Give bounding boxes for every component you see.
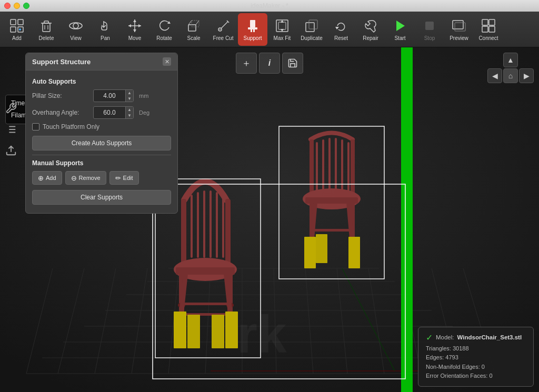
toolbar-start-button[interactable]: Start: [385, 13, 415, 46]
overhang-angle-unit: Deg: [139, 109, 149, 116]
svg-rect-20: [188, 25, 196, 31]
support-icon: [244, 17, 261, 34]
manual-supports-title: Manual Supports: [32, 159, 171, 167]
panel-body: Auto Supports Pillar Size: ▲ ▼ mm Overha…: [26, 71, 177, 213]
nav-home-button[interactable]: ⌂: [503, 68, 518, 83]
toolbar-view-label: View: [70, 35, 82, 41]
toolbar-move-button[interactable]: Move: [120, 13, 149, 46]
toolbar-repair-button[interactable]: Repair: [356, 13, 385, 46]
svg-rect-36: [306, 23, 314, 32]
manual-remove-label: Remove: [79, 175, 101, 181]
connect-icon: [480, 17, 497, 34]
titlebar: ideaMaker - *: [0, 0, 539, 12]
svg-rect-100: [209, 190, 212, 258]
toolbar-preview-button[interactable]: Preview: [444, 13, 474, 46]
touch-platform-row: Touch Platform Only: [32, 123, 171, 130]
manual-edit-button[interactable]: ✏ Edit: [109, 171, 139, 185]
nav-left-button[interactable]: ◀: [487, 68, 502, 83]
nav-right-button[interactable]: ▶: [519, 68, 534, 83]
toolbar-reset-button[interactable]: Reset: [326, 13, 356, 46]
svg-marker-39: [396, 21, 405, 31]
viewport-add-button[interactable]: ＋: [236, 53, 257, 74]
svg-rect-40: [425, 22, 434, 30]
minimize-window-button[interactable]: [14, 3, 20, 9]
duplicate-icon: [303, 17, 320, 34]
sidebar-list-button[interactable]: [3, 121, 19, 138]
svg-rect-111: [180, 303, 232, 305]
sidebar-wrench-button[interactable]: [3, 100, 19, 117]
toolbar-pan-button[interactable]: Pan: [91, 13, 120, 46]
toolbar-add-label: Add: [12, 35, 22, 41]
toolbar-scale-label: Scale: [187, 35, 200, 41]
svg-rect-95: [181, 199, 186, 267]
svg-rect-102: [222, 195, 224, 258]
toolbar-add-button[interactable]: Add: [2, 13, 32, 46]
overhang-angle-up-button[interactable]: ▲: [126, 107, 133, 113]
touch-platform-label: Touch Platform Only: [43, 123, 99, 130]
viewport-toolbar: ＋ i: [236, 53, 303, 74]
toolbar-duplicate-button[interactable]: Duplicate: [297, 13, 326, 46]
sidebar-upload-button[interactable]: [3, 142, 19, 159]
svg-rect-85: [305, 197, 358, 204]
support-panel: Support Structure ✕ Auto Supports Pillar…: [25, 53, 178, 214]
svg-rect-93: [316, 234, 327, 263]
panel-close-button[interactable]: ✕: [163, 57, 171, 66]
pillar-size-label: Pillar Size:: [32, 92, 90, 99]
toolbar-view-button[interactable]: View: [61, 13, 91, 46]
clear-supports-button[interactable]: Clear Supports: [32, 190, 171, 205]
toolbar-pan-label: Pan: [101, 35, 110, 41]
svg-rect-78: [328, 138, 331, 195]
manual-remove-button[interactable]: ⊖ Remove: [65, 171, 106, 185]
svg-marker-17: [128, 24, 131, 27]
svg-point-25: [219, 29, 221, 30]
svg-rect-37: [309, 20, 317, 29]
touch-platform-checkbox[interactable]: [32, 123, 39, 130]
toolbar-delete-button[interactable]: Delete: [32, 13, 61, 46]
nav-up-button[interactable]: ▲: [503, 53, 518, 67]
pillar-size-down-button[interactable]: ▼: [126, 96, 133, 102]
svg-rect-83: [351, 139, 355, 197]
info-model-label: Model:: [436, 334, 454, 340]
svg-rect-79: [335, 138, 337, 195]
svg-rect-92: [348, 237, 360, 268]
pillar-size-up-button[interactable]: ▲: [126, 90, 133, 96]
viewport-info-button[interactable]: i: [259, 53, 280, 74]
overhang-angle-input[interactable]: [94, 107, 125, 118]
viewport[interactable]: rk Time: 1 hours, 17 min, 25 sec Filamen…: [0, 47, 539, 392]
toolbar-support-button[interactable]: Support: [238, 13, 267, 46]
freecut-icon: [215, 17, 232, 34]
svg-rect-41: [453, 21, 463, 29]
info-panel: ✓ Model: WindsorChair_Set3.stl Triangles…: [418, 327, 534, 387]
pillar-size-input[interactable]: [94, 90, 125, 102]
panel-divider: [32, 155, 171, 155]
toolbar-freecut-button[interactable]: Free Cut: [208, 13, 238, 46]
toolbar-maxfit-label: Max Fit: [274, 35, 291, 41]
toolbar-scale-button[interactable]: Scale: [179, 13, 208, 46]
toolbar-reset-label: Reset: [334, 35, 348, 41]
svg-rect-45: [482, 26, 488, 32]
traffic-lights: [4, 3, 29, 9]
repair-icon: [362, 17, 379, 34]
maxfit-icon: [274, 17, 291, 34]
svg-rect-2: [11, 27, 16, 32]
manual-add-button[interactable]: ⊕ Add: [32, 171, 62, 185]
manual-add-label: Add: [46, 175, 56, 181]
rotate-icon: [156, 17, 173, 34]
overhang-angle-down-button[interactable]: ▼: [126, 113, 133, 118]
auto-supports-title: Auto Supports: [32, 78, 171, 85]
toolbar-rotate-button[interactable]: Rotate: [149, 13, 179, 46]
toolbar-maxfit-button[interactable]: Max Fit: [267, 13, 297, 46]
viewport-save-button[interactable]: [282, 53, 303, 74]
svg-marker-19: [167, 21, 171, 24]
close-window-button[interactable]: [4, 3, 11, 9]
start-icon: [392, 17, 408, 34]
panel-header: Support Structure ✕: [26, 53, 177, 71]
svg-rect-116: [212, 315, 224, 348]
svg-rect-44: [489, 19, 495, 25]
svg-rect-43: [482, 19, 488, 25]
svg-rect-101: [216, 192, 218, 258]
create-auto-supports-button[interactable]: Create Auto Supports: [32, 136, 171, 150]
toolbar-connect-button[interactable]: Connect: [474, 13, 503, 46]
toolbar-stop-button[interactable]: Stop: [415, 13, 444, 46]
maximize-window-button[interactable]: [23, 3, 29, 9]
